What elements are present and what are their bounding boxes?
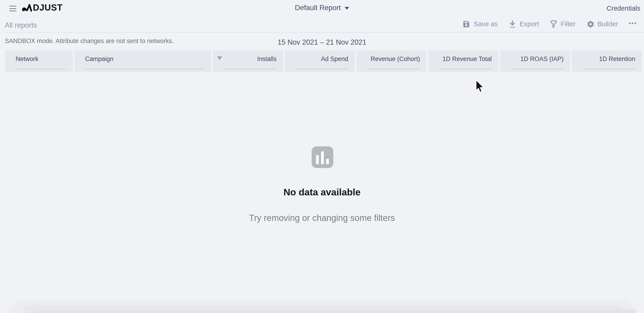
bar-chart-icon [312, 146, 333, 168]
adjust-logo: DJUST [22, 3, 63, 13]
empty-state-title: No data available [0, 187, 644, 198]
adjust-wordmark: DJUST [33, 3, 63, 13]
column-header-ad-spend[interactable]: Ad Spend [285, 50, 355, 72]
chevron-down-icon [344, 7, 349, 10]
table-header-row: NetworkCampaignInstallsAd SpendRevenue (… [5, 50, 642, 72]
top-bar: DJUST Default Report Credentials [0, 0, 644, 16]
export-label: Export [520, 20, 539, 28]
save-as-button[interactable]: Save as [462, 20, 498, 28]
column-label: Revenue (Cohort) [370, 56, 420, 63]
column-header-1d-revenue-total[interactable]: 1D Revenue Total [428, 50, 498, 72]
save-as-label: Save as [474, 20, 498, 28]
column-label: Ad Spend [321, 56, 348, 63]
column-label: Network [16, 56, 38, 63]
column-header-1d-roas-iap[interactable]: 1D ROAS (IAP) [500, 50, 570, 72]
funnel-icon [550, 20, 558, 28]
column-filter-underline [16, 69, 66, 69]
toolbar: Save as Export Filter Builder ••• [462, 20, 637, 28]
column-header-campaign[interactable]: Campaign [74, 50, 211, 72]
hamburger-menu-icon[interactable] [10, 6, 16, 11]
adjust-a-icon [22, 3, 32, 13]
more-options-button ellipsis-icon[interactable]: ••• [629, 20, 637, 28]
export-button[interactable]: Export [508, 20, 539, 28]
filter-label: Filter [561, 20, 576, 28]
column-header-1d-retention[interactable]: 1D Retention [572, 50, 642, 72]
save-icon [462, 20, 470, 28]
bottom-sheet-edge [8, 300, 636, 313]
builder-button[interactable]: Builder [586, 20, 618, 28]
column-filter-underline [224, 69, 276, 69]
column-label: 1D Retention [599, 56, 635, 63]
download-icon [508, 20, 516, 28]
toolbar-divider [4, 32, 644, 33]
builder-label: Builder [597, 20, 618, 28]
gear-icon [586, 20, 594, 28]
column-header-revenue-cohort[interactable]: Revenue (Cohort) [356, 50, 426, 72]
sandbox-notice: SANDBOX mode. Attribute changes are not … [5, 38, 174, 45]
date-range[interactable]: 15 Nov 2021 – 21 Nov 2021 [278, 38, 366, 47]
sort-desc-icon[interactable] [217, 56, 222, 60]
column-header-network[interactable]: Network [5, 50, 73, 72]
column-filter-underline [295, 69, 348, 69]
column-label: 1D Revenue Total [442, 56, 492, 63]
column-label: Installs [257, 56, 276, 63]
column-header-installs[interactable]: Installs [213, 50, 283, 72]
report-title: Default Report [295, 4, 341, 12]
report-selector[interactable]: Default Report [295, 4, 349, 12]
column-filter-underline [367, 69, 420, 69]
column-filter-underline [510, 69, 564, 69]
column-filter-underline [85, 69, 205, 69]
all-reports-link[interactable]: All reports [5, 21, 37, 30]
empty-state-subtitle: Try removing or changing some filters [0, 213, 644, 223]
credentials-link[interactable]: Credentials [606, 5, 640, 12]
column-label: 1D ROAS (IAP) [520, 56, 564, 63]
column-filter-underline [582, 69, 635, 69]
column-filter-underline [439, 69, 492, 69]
mouse-cursor [475, 80, 485, 93]
filter-button[interactable]: Filter [550, 20, 576, 28]
column-label: Campaign [85, 56, 114, 63]
